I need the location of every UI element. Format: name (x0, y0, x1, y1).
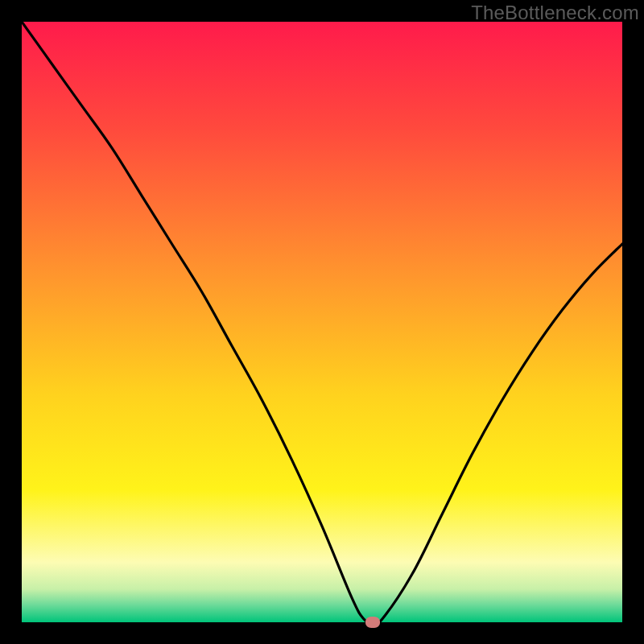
optimal-point-marker (365, 617, 380, 628)
plot-area (22, 22, 622, 622)
bottleneck-curve (22, 22, 622, 622)
watermark-text: TheBottleneck.com (471, 2, 639, 24)
chart-frame: TheBottleneck.com (0, 0, 644, 644)
